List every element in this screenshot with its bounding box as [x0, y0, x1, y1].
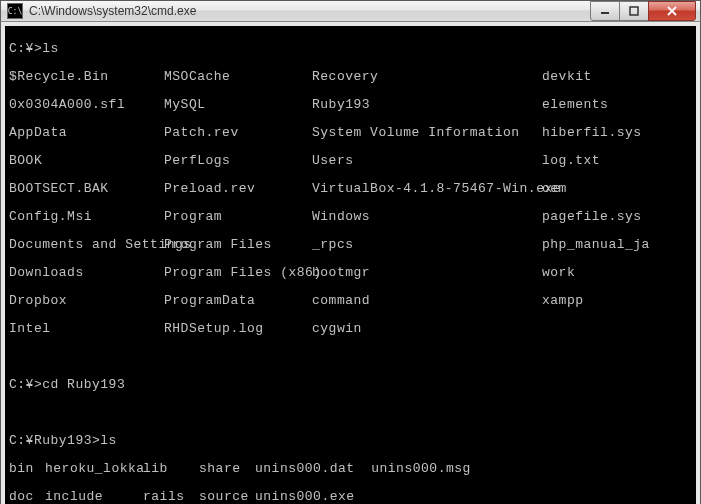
maximize-button[interactable] — [619, 1, 649, 21]
window-titlebar: C:\ C:\Windows\system32\cmd.exe — [0, 0, 701, 22]
minimize-button[interactable] — [590, 1, 620, 21]
ls-row: Config.MsiProgramWindowspagefile.sys — [9, 210, 692, 224]
close-button[interactable] — [648, 1, 696, 21]
terminal-output[interactable]: C:¥>ls $Recycle.BinMSOCacheRecoverydevki… — [5, 26, 696, 504]
ls-row: binheroku_lokkalibshareunins000.dat unin… — [9, 462, 692, 476]
prompt-line: C:¥>cd Ruby193 — [9, 378, 692, 392]
prompt-line: C:¥>ls — [9, 42, 692, 56]
ls-row: Documents and SettingsProgram Files_rpcs… — [9, 238, 692, 252]
ls-row: DownloadsProgram Files (x86)bootmgrwork — [9, 266, 692, 280]
prompt-line: C:¥Ruby193>ls — [9, 434, 692, 448]
window-controls — [591, 1, 696, 21]
window-title: C:\Windows\system32\cmd.exe — [29, 4, 591, 18]
blank-line — [9, 406, 692, 420]
svg-rect-1 — [630, 7, 638, 15]
ls-row: DropboxProgramDatacommandxampp — [9, 294, 692, 308]
ls-row: AppDataPatch.revSystem Volume Informatio… — [9, 126, 692, 140]
ls-row: IntelRHDSetup.logcygwin — [9, 322, 692, 336]
cmd-icon: C:\ — [7, 3, 23, 19]
blank-line — [9, 350, 692, 364]
ls-row: BOOKPerfLogsUserslog.txt — [9, 154, 692, 168]
ls-row: 0x0304A000.sflMySQLRuby193elements — [9, 98, 692, 112]
ls-row: $Recycle.BinMSOCacheRecoverydevkit — [9, 70, 692, 84]
window-frame: C:¥>ls $Recycle.BinMSOCacheRecoverydevki… — [0, 22, 701, 504]
ls-row: docincluderailssourceunins000.exe — [9, 490, 692, 504]
ls-row: BOOTSECT.BAKPreload.revVirtualBox-4.1.8-… — [9, 182, 692, 196]
